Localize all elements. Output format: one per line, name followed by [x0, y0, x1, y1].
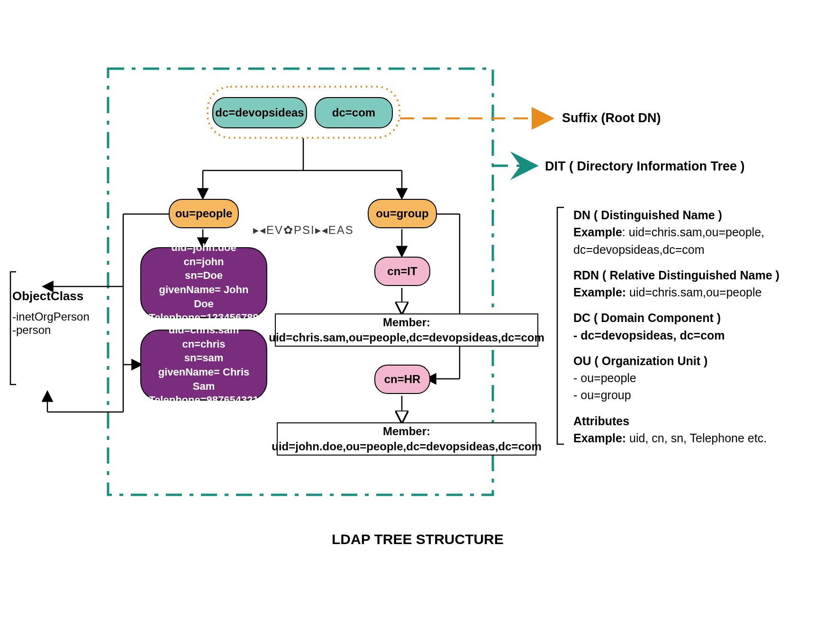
- attr-given: givenName= John Doe: [151, 283, 257, 311]
- node-dc-com: dc=com: [315, 97, 393, 128]
- legend-dc-title: DC ( Domain Component ): [573, 311, 721, 324]
- legend-dn-ex-label: Example: [573, 225, 622, 239]
- attr-sn: sn=Doe: [185, 268, 223, 283]
- legend-dn-title: DN ( Distinguished Name ): [573, 208, 722, 222]
- node-cn-hr: cn=HR: [374, 365, 430, 394]
- attr-cn: cn=john: [184, 255, 224, 269]
- diagram-title: LDAP TREE STRUCTURE: [332, 531, 504, 547]
- node-label: cn=HR: [384, 373, 421, 386]
- objectclass-block: ObjectClass -inetOrgPerson -person: [12, 289, 107, 337]
- objectclass-item: -person: [12, 323, 107, 337]
- node-label: cn=IT: [387, 265, 417, 278]
- node-member-hr: Member: uid=john.doe,ou=people,dc=devops…: [277, 422, 536, 456]
- node-label: dc=devopsideas: [215, 106, 304, 119]
- legend-block: DN ( Distinguished Name ) Example: uid=c…: [573, 206, 820, 447]
- node-label: ou=group: [376, 207, 428, 220]
- brand-watermark: ▸◂EV✿PSI▸◂EAS: [253, 224, 354, 237]
- node-label: ou=people: [175, 207, 233, 220]
- legend-dc-line: - dc=devopsideas, dc=com: [573, 327, 820, 344]
- attr-uid: uid=john.doe: [171, 241, 236, 255]
- member-label: Member:: [383, 425, 430, 438]
- node-cn-it: cn=IT: [374, 257, 430, 286]
- node-label: dc=com: [332, 106, 375, 119]
- brand-text: ▸◂EV✿PSI▸◂EAS: [253, 224, 354, 236]
- node-user-chris: uid=chris.sam cn=chris sn=sam givenName=…: [140, 330, 267, 401]
- legend-dn-ex-2: dc=devopsideas,dc=com: [573, 241, 820, 258]
- node-member-it: Member: uid=chris.sam,ou=people,dc=devop…: [275, 313, 538, 347]
- legend-ou-1: - ou=people: [573, 369, 820, 386]
- objectclass-heading: ObjectClass: [12, 289, 107, 304]
- callout-suffix: Suffix (Root DN): [562, 111, 661, 125]
- objectclass-item: -inetOrgPerson: [12, 310, 107, 323]
- attr-sn: sn=sam: [184, 351, 224, 365]
- node-user-john: uid=john.doe cn=john sn=Doe givenName= J…: [140, 247, 267, 318]
- legend-rdn-title: RDN ( Relative Distinguished Name ): [573, 268, 780, 282]
- legend-ou-2: - ou=group: [573, 386, 820, 403]
- legend-rdn-ex-label: Example:: [573, 286, 626, 299]
- legend-rdn-ex: uid=chris.sam,ou=people: [626, 286, 761, 299]
- node-ou-group: ou=group: [368, 199, 437, 228]
- member-label: Member:: [383, 316, 430, 329]
- callout-dit: DIT ( Directory Information Tree ): [545, 159, 745, 174]
- legend-attr-ex-label: Example:: [573, 431, 626, 445]
- legend-dn-ex-1: : uid=chris.sam,ou=people,: [622, 225, 764, 239]
- member-dn: uid=john.doe,ou=people,dc=devopsideas,dc…: [272, 440, 541, 453]
- attr-tel: Telephone=987654321: [149, 393, 258, 407]
- member-dn: uid=chris.sam,ou=people,dc=devopsideas,d…: [269, 331, 544, 344]
- attr-given: givenName= Chris Sam: [151, 365, 257, 393]
- legend-ou-title: OU ( Organization Unit ): [573, 354, 707, 367]
- legend-attr-ex: uid, cn, sn, Telephone etc.: [626, 431, 767, 445]
- attr-cn: cn=chris: [182, 337, 225, 351]
- attr-uid: uid=chris.sam: [169, 323, 239, 337]
- node-ou-people: ou=people: [169, 199, 239, 228]
- legend-attr-title: Attributes: [573, 414, 629, 428]
- node-dc-devopsideas: dc=devopsideas: [212, 97, 307, 128]
